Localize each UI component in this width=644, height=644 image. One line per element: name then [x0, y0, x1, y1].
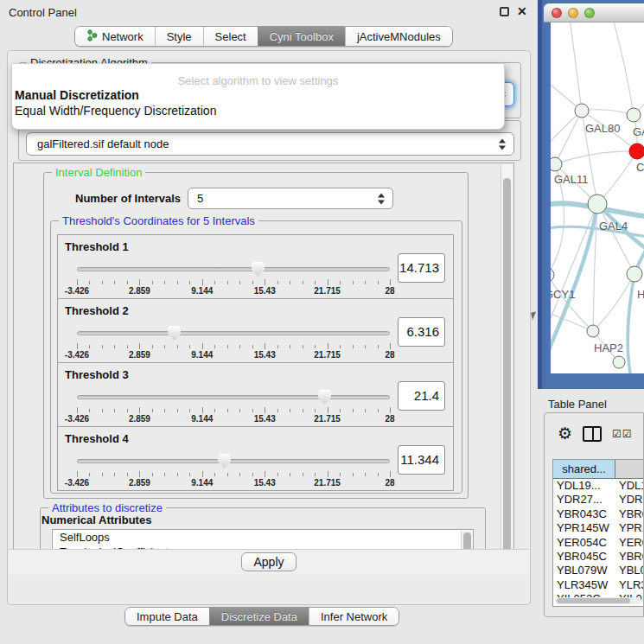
threshold-value-field[interactable]: 11.344: [398, 445, 445, 475]
apply-button[interactable]: Apply: [241, 552, 296, 571]
screen: Control Panel ✕ NetworkStyleSelectCyni T…: [0, 0, 644, 644]
slider-thumb[interactable]: [252, 262, 265, 277]
threshold-value-field[interactable]: 14.713: [398, 253, 445, 283]
scale-label: 2.859: [129, 414, 150, 424]
spinner-arrows-icon: [378, 193, 385, 204]
algorithm-option-equal-width-frequency-discretization[interactable]: Equal Width/Frequency Discretization: [12, 103, 504, 118]
column-header-shared[interactable]: shared...: [553, 460, 615, 478]
mode-tab-infer-network[interactable]: Infer Network: [309, 608, 399, 625]
cyni-mode-tabs: Impute DataDiscretize DataInfer Network: [124, 607, 399, 626]
table-data-combobox[interactable]: galFiltered.sif default node: [26, 132, 514, 156]
scale-label: 15.43: [254, 350, 276, 360]
table-row[interactable]: YBL079WYBL0: [553, 564, 643, 577]
float-window-icon[interactable]: [500, 7, 509, 16]
node-label-hap2: HAP2: [594, 341, 623, 354]
table-row[interactable]: YDL19...YDL1: [553, 479, 643, 493]
table-row[interactable]: YDR27...YDR2: [553, 493, 643, 507]
hap2-node[interactable]: [587, 325, 599, 337]
gal4-node[interactable]: [588, 194, 607, 214]
network-edge: [570, 22, 582, 111]
threshold-panel-3: Threshold 3-3.4262.8599.14415.4321.71528…: [57, 362, 454, 427]
tab-jactivemnodules[interactable]: jActiveMNodules: [345, 27, 452, 46]
tab-cyni-toolbox[interactable]: Cyni Toolbox: [258, 27, 345, 46]
scale-label: 21.715: [314, 286, 341, 296]
thresholds-group: Threshold's Coordinates for 5 Intervals …: [50, 220, 462, 494]
table-row[interactable]: YLR345WYLR3: [553, 578, 643, 592]
minimize-light-icon[interactable]: [568, 8, 578, 18]
node-label-h: H: [637, 288, 644, 301]
mode-tab-impute-data[interactable]: Impute Data: [125, 608, 209, 625]
network-edge: [582, 110, 634, 115]
algorithm-option-manual-discretization[interactable]: Manual Discretization: [12, 87, 504, 103]
panel-vertical-scrollbar[interactable]: [501, 164, 513, 575]
attributes-group-label: Attributes to discretize: [48, 501, 166, 514]
slider-thumb[interactable]: [168, 326, 181, 341]
control-panel-titlebar: Control Panel ✕: [0, 0, 536, 24]
top-right-node[interactable]: [627, 108, 641, 122]
control-panel-title: Control Panel: [9, 6, 77, 19]
number-of-intervals-spinner[interactable]: 5: [188, 188, 393, 209]
network-canvas[interactable]: GAL80GACGAL11GAL4GCY1HHAP2: [551, 22, 644, 373]
slider-scale-labels: -3.4262.8599.14415.4321.71528: [77, 350, 390, 360]
table-row[interactable]: YBR045CYBR0: [553, 550, 643, 564]
table-row[interactable]: YER054CYER0: [553, 536, 643, 550]
slider-track: [77, 395, 390, 399]
table-row[interactable]: YPR145WYPR1: [553, 521, 643, 535]
tab-style[interactable]: Style: [155, 27, 203, 46]
slider-thumb[interactable]: [318, 390, 331, 405]
slider-thumb[interactable]: [218, 454, 231, 469]
attribute-item-selfloops[interactable]: SelfLoops: [53, 530, 473, 545]
tab-network[interactable]: Network: [75, 27, 155, 46]
column-layout-icon[interactable]: [583, 426, 602, 442]
table-cell: YDL19...: [553, 479, 615, 493]
h-node[interactable]: [627, 266, 642, 282]
number-of-intervals-label: Number of Intervals: [75, 192, 181, 205]
close-icon[interactable]: ✕: [517, 4, 527, 18]
close-light-icon[interactable]: [552, 8, 562, 18]
scale-label: 15.43: [254, 414, 276, 424]
thresholds-group-label: Threshold's Coordinates for 5 Intervals: [59, 214, 258, 227]
bottom-node[interactable]: [613, 356, 625, 368]
select-columns-icon[interactable]: ☑☑: [612, 428, 633, 440]
threshold-slider-3[interactable]: -3.4262.8599.14415.4321.71528: [77, 387, 390, 424]
threshold-slider-2[interactable]: -3.4262.8599.14415.4321.71528: [77, 323, 390, 360]
table-horizontal-scrollbar[interactable]: [555, 597, 641, 604]
numerical-attributes-label: Numerical Attributes: [41, 513, 151, 526]
mode-tab-label: Infer Network: [321, 610, 387, 623]
table-cell: YDL1: [615, 479, 643, 493]
mode-tab-label: Discretize Data: [221, 610, 297, 623]
settings-gear-icon[interactable]: ⚙: [558, 425, 572, 442]
node-label-gal80: GAL80: [585, 122, 620, 135]
network-window-titlebar[interactable]: [544, 3, 644, 22]
network-icon: [86, 29, 98, 44]
threshold-panel-1: Threshold 1-3.4262.8599.14415.4321.71528…: [57, 234, 454, 299]
tab-label: jActiveMNodules: [357, 30, 441, 43]
threshold-label: Threshold 1: [65, 240, 129, 253]
table-data-value: galFiltered.sif default node: [27, 137, 513, 150]
red-node[interactable]: [629, 143, 644, 159]
table-toolbar: ⚙ ☑☑: [545, 413, 643, 454]
threshold-slider-1[interactable]: -3.4262.8599.14415.4321.71528: [77, 259, 390, 296]
threshold-value-field[interactable]: 21.4: [398, 381, 445, 411]
scale-label: 9.144: [191, 414, 213, 424]
gal11-node[interactable]: [551, 157, 562, 171]
network-window: GAL80GACGAL11GAL4GCY1HHAP2: [538, 0, 644, 389]
gcy1-node[interactable]: [551, 268, 554, 282]
threshold-label: Threshold 2: [65, 304, 129, 317]
gal80-node[interactable]: [575, 104, 589, 118]
threshold-value-field[interactable]: 6.316: [398, 317, 445, 347]
table-cell: YBL079W: [553, 564, 615, 577]
apply-strip: Apply: [9, 549, 529, 575]
zoom-light-icon[interactable]: [584, 8, 595, 18]
scale-label: -3.426: [65, 350, 89, 360]
slider-track: [77, 331, 390, 335]
column-header-n[interactable]: n: [615, 460, 643, 478]
network-edge: [613, 22, 634, 115]
threshold-slider-4[interactable]: -3.4262.8599.14415.4321.71528: [77, 451, 390, 488]
table-row[interactable]: YBR043CYBR0: [553, 507, 643, 521]
tab-select[interactable]: Select: [203, 27, 258, 46]
algorithm-placeholder-item[interactable]: Select algorithm to view settings: [12, 74, 504, 87]
slider-track: [77, 459, 390, 463]
mode-tab-discretize-data[interactable]: Discretize Data: [209, 608, 309, 625]
node-label-c: C: [636, 161, 644, 174]
